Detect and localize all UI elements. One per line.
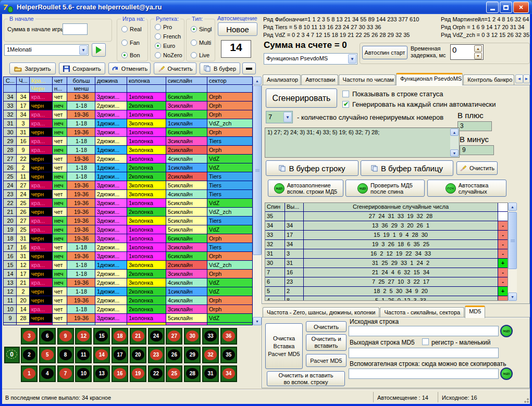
check-md5-button[interactable]: МД5 Проверить МД5 после спина [345,180,425,197]
profile-combo[interactable]: 1Melonati ▼ [4,44,89,56]
board-cell-15[interactable]: 15 [93,328,110,345]
generated-text-scrollbar[interactable]: ▲ ▼ [450,129,459,157]
auto-generate-checkbox[interactable] [342,101,349,108]
history-scrollbar-thumb[interactable] [253,85,262,255]
toolbar-button-minus[interactable] [242,62,256,74]
tab-Автоставки[interactable]: Автоставки [301,74,338,85]
toolbar-button-floppy[interactable]: Сохранить [59,62,105,74]
scroll-down-icon[interactable]: ▼ [450,149,459,157]
board-cell-25[interactable]: 25 [166,365,182,382]
md5-icon-button[interactable]: МД5 [500,367,513,380]
board-cell-30[interactable]: 30 [184,328,201,345]
apply-profile-button[interactable] [92,43,106,57]
md5-icon-button[interactable]: МД5 [500,325,513,337]
board-cell-5[interactable]: 5 [39,347,56,363]
tab-Частота - сиклайны, сектора[interactable]: Частота - сиклайны, сектора [380,307,464,318]
scroll-down-icon[interactable]: ▼ [253,317,262,325]
scroll-up-icon[interactable]: ▲ [508,202,517,211]
source-string-input[interactable] [349,326,499,336]
board-cell-32[interactable]: 32 [202,347,219,363]
board-cell-35[interactable]: 35 [220,347,237,363]
count-combo[interactable]: 7 ▼ [266,111,293,123]
tab-MD5[interactable]: MD5 [465,306,485,318]
board-cell-8[interactable]: 8 [57,347,74,363]
radio-option-Live[interactable]: Live [191,52,209,59]
toolbar-button-copy[interactable]: В буфер [200,62,240,74]
autofill-md5-button[interactable]: МД5 Автозаполнение вспом. строки МД5 [268,180,343,197]
output-string-input[interactable] [349,348,499,358]
show-status-checkbox[interactable] [342,91,349,97]
start-sum-input[interactable] [63,23,88,35]
board-cell-7[interactable]: 7 [57,365,74,382]
clear-generated-button[interactable]: Очистить [456,161,498,175]
radio-option-French[interactable]: French [155,33,181,40]
radio-option-Bon[interactable]: Bon [121,52,140,59]
radio-option-Pro[interactable]: Pro [155,23,172,31]
lowercase-checkbox[interactable] [422,338,429,345]
board-cell-28[interactable]: 28 [184,365,201,382]
autospin-start-button[interactable]: Автоспин старт [362,46,407,59]
board-cell-22[interactable]: 22 [148,365,165,382]
board-cell-12[interactable]: 12 [75,328,92,345]
tab-Контроль банкро[interactable]: Контроль банкро [463,74,514,85]
board-cell-2[interactable]: 2 [21,347,38,363]
md5-calc-button[interactable]: Расчет MD5 [306,354,347,367]
buffer-table-button[interactable]: В буфер таблицу [361,160,453,176]
generated-scrollbar-thumb[interactable] [508,212,517,269]
board-cell-27[interactable]: 27 [166,328,182,345]
spin-up-icon[interactable]: ▲ [474,45,482,52]
chevron-down-icon[interactable]: ▼ [283,112,292,122]
radio-option-NoZero[interactable]: NoZero [155,52,182,59]
title-bar[interactable]: 7 HelperRoullet 5.6- create helperroulle… [0,0,532,14]
buffer-row-button[interactable]: В буфер строку [266,160,358,176]
board-cell-9[interactable]: 9 [57,328,74,345]
board-cell-31[interactable]: 31 [202,365,219,382]
board-cell-18[interactable]: 18 [112,328,128,345]
board-cell-14[interactable]: 14 [93,347,110,363]
tab-Функционал PsevdoMS[interactable]: Функционал PsevdoMS [396,73,463,85]
spin-down-icon[interactable]: ▼ [474,53,482,59]
tabs-scroll-left-icon[interactable]: ◄ [515,74,523,83]
board-cell-16[interactable]: 16 [112,365,128,382]
maximize-button[interactable] [500,2,512,13]
tabs-scroll-right-icon[interactable]: ► [523,74,530,83]
board-cell-17[interactable]: 17 [112,347,128,363]
tab-Частота - Zero, шансы, дюжины, колонки[interactable]: Частота - Zero, шансы, дюжины, колонки [263,307,379,318]
new-shift-button[interactable]: Новое [218,22,257,36]
board-cell-20[interactable]: 20 [130,347,146,363]
aux-string-input[interactable] [349,369,499,379]
board-cell-19[interactable]: 19 [130,365,146,382]
toolbar-button-brush[interactable]: Очистить [154,62,196,74]
board-cell-21[interactable]: 21 [130,328,146,345]
close-button[interactable]: ✕ [513,2,529,13]
clear-paste-calc-button[interactable]: Очистка Вставка Расчет MD5 [265,323,303,369]
board-cell-33[interactable]: 33 [202,328,219,345]
board-cell-23[interactable]: 23 [148,347,165,363]
scroll-up-icon[interactable]: ▲ [253,77,262,85]
chevron-down-icon[interactable]: ▼ [348,54,356,64]
md5-clear-button[interactable]: Очистить [306,321,347,332]
generated-numbers-text[interactable]: 1) 27; 2) 24; 3) 31; 4) 33; 5) 19; 6) 32… [265,128,460,158]
board-cell-1[interactable]: 1 [21,365,38,382]
toolbar-button-undo[interactable]: Отменить [108,62,151,74]
delay-spinner[interactable]: ▲ ▼ [474,45,482,59]
board-cell-26[interactable]: 26 [166,347,182,363]
radio-option-Singl[interactable]: Singl [191,26,212,33]
board-cell-13[interactable]: 13 [93,365,110,382]
board-cell-3[interactable]: 3 [21,328,38,345]
radio-option-Real[interactable]: Real [121,26,142,33]
tab-Частоты по числам[interactable]: Частоты по числам [339,74,395,85]
radio-option-Fan[interactable]: Fan [121,39,140,46]
toolbar-button-folder[interactable]: Загрузить [9,62,56,74]
board-cell-36[interactable]: 36 [220,328,237,345]
board-cell-29[interactable]: 29 [184,347,201,363]
md5-clear-insert-button[interactable]: Очистить и вставить [306,334,347,351]
minimize-button[interactable] [486,2,499,13]
board-cell-24[interactable]: 24 [148,328,165,345]
scroll-up-icon[interactable]: ▲ [450,129,459,136]
autobet-random-button[interactable]: ГСЧ Автоставка случайных [427,180,506,197]
board-cell-6[interactable]: 6 [39,328,56,345]
board-cell-11[interactable]: 11 [75,347,92,363]
board-zero-cell[interactable]: 0 [4,347,20,363]
radio-option-Euro[interactable]: Euro [155,42,175,49]
